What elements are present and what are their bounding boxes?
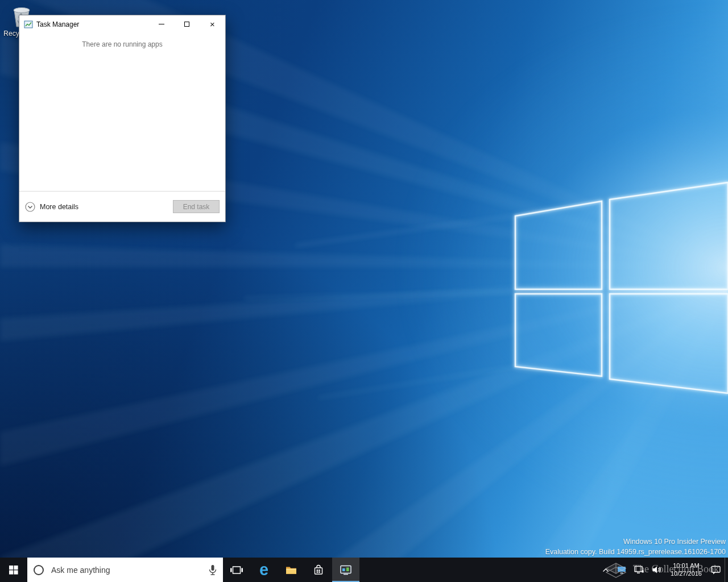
insider-watermark: Windows 10 Pro Insider Preview Evaluatio…	[545, 537, 726, 557]
show-hidden-icons-button[interactable]	[598, 558, 613, 582]
task-manager-window: Task Manager × There are no running apps…	[19, 15, 226, 222]
end-task-button[interactable]: End task	[173, 200, 220, 213]
volume-button[interactable]	[648, 558, 665, 582]
task-manager-app-icon	[24, 20, 33, 29]
task-manager-taskbar-button[interactable]	[332, 558, 359, 582]
task-manager-footer: More details End task	[19, 191, 225, 222]
blue-monitor-icon	[617, 566, 626, 574]
store-button[interactable]	[305, 558, 332, 582]
store-icon	[313, 564, 324, 575]
clock[interactable]: 10:01 AM 10/27/2016	[665, 558, 707, 582]
empty-state-message: There are no running apps	[19, 40, 225, 48]
task-manager-icon	[340, 564, 352, 575]
task-manager-body: There are no running apps	[19, 33, 225, 191]
file-explorer-icon	[286, 565, 297, 575]
cortana-icon	[33, 564, 44, 576]
network-button[interactable]	[630, 558, 648, 582]
minimize-button[interactable]	[148, 15, 174, 33]
minimize-icon	[159, 24, 164, 24]
more-details-label: More details	[40, 203, 78, 211]
more-details-button[interactable]: More details	[25, 202, 78, 212]
close-icon: ×	[210, 20, 215, 28]
chevron-down-circle-icon	[25, 202, 35, 212]
window-title: Task Manager	[36, 20, 79, 28]
volume-icon	[652, 566, 661, 574]
window-controls: ×	[148, 15, 225, 33]
action-center-icon	[711, 566, 721, 575]
tray-app-button[interactable]	[613, 558, 630, 582]
taskbar: e	[0, 558, 728, 582]
search-input[interactable]	[50, 565, 202, 575]
close-button[interactable]: ×	[200, 15, 225, 33]
system-tray: 10:01 AM 10/27/2016	[598, 558, 728, 582]
action-center-button[interactable]	[707, 558, 725, 582]
task-manager-titlebar[interactable]: Task Manager ×	[19, 15, 225, 33]
insider-watermark-line1: Windows 10 Pro Insider Preview	[545, 537, 726, 547]
chevron-up-icon	[602, 568, 609, 572]
edge-button[interactable]: e	[250, 558, 278, 582]
show-desktop-button[interactable]	[725, 558, 728, 582]
network-icon	[634, 566, 644, 574]
clock-time: 10:01 AM	[673, 562, 699, 570]
edge-icon: e	[259, 562, 268, 578]
clock-date: 10/27/2016	[671, 570, 702, 578]
file-explorer-button[interactable]	[278, 558, 305, 582]
windows-logo-icon	[9, 566, 18, 575]
desktop: Recycle Bin Task Manager × There are no …	[0, 0, 728, 582]
search-box[interactable]	[27, 558, 223, 582]
maximize-button[interactable]	[174, 15, 200, 33]
microphone-icon[interactable]	[208, 564, 217, 576]
task-view-icon	[230, 566, 243, 575]
maximize-icon	[184, 22, 189, 27]
start-button[interactable]	[0, 558, 27, 582]
insider-watermark-line2: Evaluation copy. Build 14959.rs_prerelea…	[545, 547, 726, 557]
task-view-button[interactable]	[223, 558, 250, 582]
